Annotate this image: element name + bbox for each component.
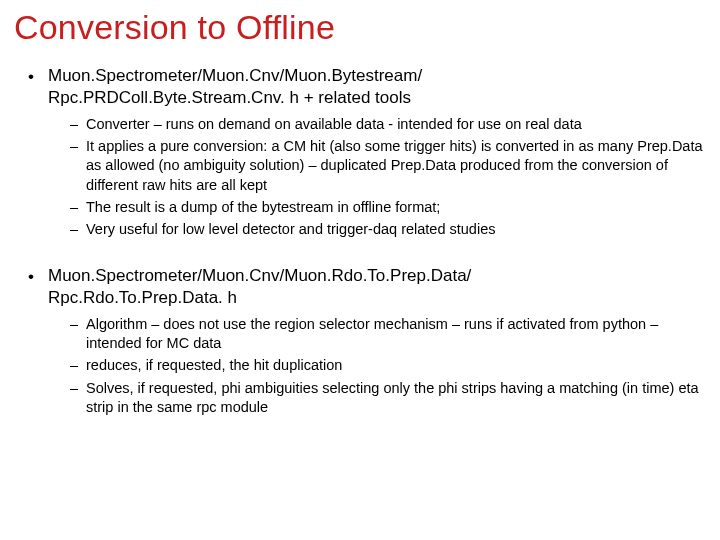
section-1: • Muon.Spectrometer/Muon.Cnv/Muon.Bytest…	[14, 65, 706, 239]
dash-icon: –	[70, 315, 78, 334]
list-item: – The result is a dump of the bytestream…	[14, 198, 706, 217]
item-text: Very useful for low level detector and t…	[86, 221, 495, 237]
item-text: The result is a dump of the bytestream i…	[86, 199, 440, 215]
list-item: – It applies a pure conversion: a CM hit…	[14, 137, 706, 194]
dash-icon: –	[70, 379, 78, 398]
dash-icon: –	[70, 115, 78, 134]
list-item: – reduces, if requested, the hit duplica…	[14, 356, 706, 375]
heading-line: Rpc.Rdo.To.Prep.Data. h	[48, 288, 237, 307]
bullet-icon: •	[28, 266, 34, 288]
list-item: – Algorithm – does not use the region se…	[14, 315, 706, 353]
section-1-heading: • Muon.Spectrometer/Muon.Cnv/Muon.Bytest…	[14, 65, 706, 109]
section-2-heading: • Muon.Spectrometer/Muon.Cnv/Muon.Rdo.To…	[14, 265, 706, 309]
item-text: Algorithm – does not use the region sele…	[86, 316, 658, 351]
dash-icon: –	[70, 198, 78, 217]
bullet-icon: •	[28, 66, 34, 88]
list-item: – Solves, if requested, phi ambiguities …	[14, 379, 706, 417]
item-text: It applies a pure conversion: a CM hit (…	[86, 138, 703, 192]
dash-icon: –	[70, 220, 78, 239]
list-item: – Very useful for low level detector and…	[14, 220, 706, 239]
dash-icon: –	[70, 137, 78, 156]
slide-title: Conversion to Offline	[14, 8, 706, 47]
item-text: reduces, if requested, the hit duplicati…	[86, 357, 342, 373]
list-item: – Converter – runs on demand on availabl…	[14, 115, 706, 134]
heading-line: Rpc.PRDColl.Byte.Stream.Cnv. h + related…	[48, 88, 411, 107]
item-text: Converter – runs on demand on available …	[86, 116, 582, 132]
heading-line: Muon.Spectrometer/Muon.Cnv/Muon.Bytestre…	[48, 66, 422, 85]
heading-line: Muon.Spectrometer/Muon.Cnv/Muon.Rdo.To.P…	[48, 266, 471, 285]
item-text: Solves, if requested, phi ambiguities se…	[86, 380, 699, 415]
section-2: • Muon.Spectrometer/Muon.Cnv/Muon.Rdo.To…	[14, 265, 706, 417]
dash-icon: –	[70, 356, 78, 375]
